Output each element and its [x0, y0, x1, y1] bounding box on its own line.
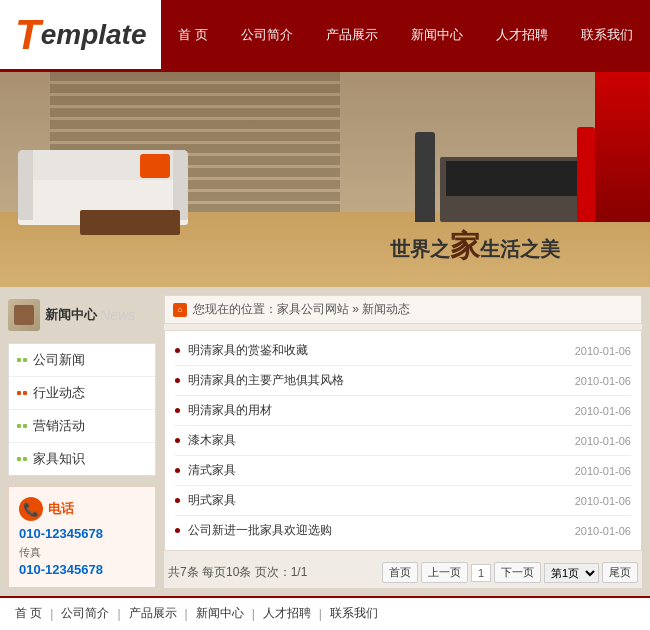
news-item-0[interactable]: 明清家具的赏鉴和收藏 2010-01-06 — [175, 336, 631, 366]
news-bullet-1 — [175, 378, 180, 383]
footer-sep-3: | — [185, 607, 188, 621]
footer-nav-contact[interactable]: 联系我们 — [330, 605, 378, 622]
news-title-1: 明清家具的主要产地俱其风格 — [188, 372, 567, 389]
first-page-button[interactable]: 首页 — [382, 562, 418, 583]
sidebar-news-en: News — [100, 307, 135, 323]
contact-box: 📞 电话 010-12345678 传真 010-12345678 — [8, 486, 156, 588]
phone-icon: 📞 — [19, 497, 43, 521]
last-page-button[interactable]: 尾页 — [602, 562, 638, 583]
news-bullet-3 — [175, 438, 180, 443]
breadcrumb-text: 您现在的位置：家具公司网站 » 新闻动态 — [193, 301, 410, 318]
banner-home-char: 家 — [450, 226, 480, 267]
breadcrumb: ⌂ 您现在的位置：家具公司网站 » 新闻动态 — [164, 295, 642, 324]
pagination-controls: 首页 上一页 1 下一页 第1页 尾页 — [382, 562, 638, 583]
footer-nav: 首 页 | 公司简介 | 产品展示 | 新闻中心 | 人才招聘 | 联系我们 上… — [0, 596, 650, 630]
contact-phone-number: 010-12345678 — [19, 526, 145, 541]
news-title-5: 明式家具 — [188, 492, 567, 509]
menu-dot-icon — [17, 358, 27, 362]
news-date-1: 2010-01-06 — [575, 375, 631, 387]
news-item-6[interactable]: 公司新进一批家具欢迎选购 2010-01-06 — [175, 516, 631, 545]
news-item-4[interactable]: 清式家具 2010-01-06 — [175, 456, 631, 486]
page-select[interactable]: 第1页 — [544, 563, 599, 583]
sidebar-item-industry[interactable]: 行业动态 — [9, 377, 155, 410]
menu-label-marketing: 营销活动 — [33, 417, 85, 435]
news-header-icon — [8, 299, 40, 331]
banner-text1: 世界之 — [390, 236, 450, 263]
logo-t: T — [15, 14, 41, 56]
contact-fax-label: 传真 — [19, 545, 145, 560]
news-date-4: 2010-01-06 — [575, 465, 631, 477]
news-date-2: 2010-01-06 — [575, 405, 631, 417]
news-title-0: 明清家具的赏鉴和收藏 — [188, 342, 567, 359]
footer-nav-products[interactable]: 产品展示 — [129, 605, 177, 622]
footer-nav-about[interactable]: 公司简介 — [61, 605, 109, 622]
sidebar-item-company-news[interactable]: 公司新闻 — [9, 344, 155, 377]
news-bullet-4 — [175, 468, 180, 473]
nav-item-home[interactable]: 首 页 — [170, 26, 216, 44]
logo-rest: emplate — [41, 21, 147, 49]
hero-banner: 世界之 家 生活之美 — [0, 72, 650, 287]
news-bullet-5 — [175, 498, 180, 503]
news-date-0: 2010-01-06 — [575, 345, 631, 357]
pagination-bar: 共7条 每页10条 页次：1/1 首页 上一页 1 下一页 第1页 尾页 — [164, 557, 642, 588]
news-date-5: 2010-01-06 — [575, 495, 631, 507]
sidebar-item-knowledge[interactable]: 家具知识 — [9, 443, 155, 475]
news-title-4: 清式家具 — [188, 462, 567, 479]
menu-dot-icon3 — [17, 424, 27, 428]
logo-section: T emplate — [0, 0, 161, 69]
contact-fax-number: 010-12345678 — [19, 562, 145, 577]
footer-nav-news[interactable]: 新闻中心 — [196, 605, 244, 622]
nav-item-about[interactable]: 公司简介 — [233, 26, 301, 44]
sidebar-news-cn: 新闻中心 — [45, 306, 97, 324]
prev-page-button[interactable]: 上一页 — [421, 562, 468, 583]
nav-item-recruit[interactable]: 人才招聘 — [488, 26, 556, 44]
nav-item-products[interactable]: 产品展示 — [318, 26, 386, 44]
news-date-3: 2010-01-06 — [575, 435, 631, 447]
news-date-6: 2010-01-06 — [575, 525, 631, 537]
content-area: ⌂ 您现在的位置：家具公司网站 » 新闻动态 明清家具的赏鉴和收藏 2010-0… — [164, 295, 642, 588]
banner-text: 世界之 家 生活之美 — [390, 226, 560, 267]
news-title-6: 公司新进一批家具欢迎选购 — [188, 522, 567, 539]
news-item-2[interactable]: 明清家具的用材 2010-01-06 — [175, 396, 631, 426]
sidebar: 新闻中心 News 公司新闻 行业动态 — [8, 295, 156, 588]
news-list: 明清家具的赏鉴和收藏 2010-01-06 明清家具的主要产地俱其风格 2010… — [164, 330, 642, 551]
footer-sep-4: | — [252, 607, 255, 621]
menu-label-industry: 行业动态 — [33, 384, 85, 402]
news-item-3[interactable]: 漆木家具 2010-01-06 — [175, 426, 631, 456]
footer-sep-2: | — [117, 607, 120, 621]
sidebar-menu: 公司新闻 行业动态 营销活动 — [8, 343, 156, 476]
footer-nav-home[interactable]: 首 页 — [15, 605, 42, 622]
banner-text2: 生活之美 — [480, 236, 560, 263]
main-area: 新闻中心 News 公司新闻 行业动态 — [0, 287, 650, 596]
nav-item-news[interactable]: 新闻中心 — [403, 26, 471, 44]
news-bullet-2 — [175, 408, 180, 413]
menu-label-knowledge: 家具知识 — [33, 450, 85, 468]
menu-dot-icon4 — [17, 457, 27, 461]
footer-nav-recruit[interactable]: 人才招聘 — [263, 605, 311, 622]
pagination-info: 共7条 每页10条 页次：1/1 — [168, 564, 307, 581]
news-item-5[interactable]: 明式家具 2010-01-06 — [175, 486, 631, 516]
menu-label-company-news: 公司新闻 — [33, 351, 85, 369]
sidebar-news-header: 新闻中心 News — [8, 295, 156, 335]
menu-dot-icon2 — [17, 391, 27, 395]
home-icon-small: ⌂ — [173, 303, 187, 317]
news-title-3: 漆木家具 — [188, 432, 567, 449]
sidebar-item-marketing[interactable]: 营销活动 — [9, 410, 155, 443]
news-bullet-6 — [175, 528, 180, 533]
news-title-2: 明清家具的用材 — [188, 402, 567, 419]
footer-sep-1: | — [50, 607, 53, 621]
current-page: 1 — [471, 564, 491, 582]
contact-title: 电话 — [48, 500, 74, 518]
next-page-button[interactable]: 下一页 — [494, 562, 541, 583]
news-item-1[interactable]: 明清家具的主要产地俱其风格 2010-01-06 — [175, 366, 631, 396]
footer-sep-5: | — [319, 607, 322, 621]
nav-item-contact[interactable]: 联系我们 — [573, 26, 641, 44]
nav-bar: 首 页 公司简介 产品展示 新闻中心 人才招聘 联系我们 — [161, 0, 650, 69]
header: T emplate 首 页 公司简介 产品展示 新闻中心 人才招聘 联系我们 — [0, 0, 650, 72]
news-bullet-0 — [175, 348, 180, 353]
